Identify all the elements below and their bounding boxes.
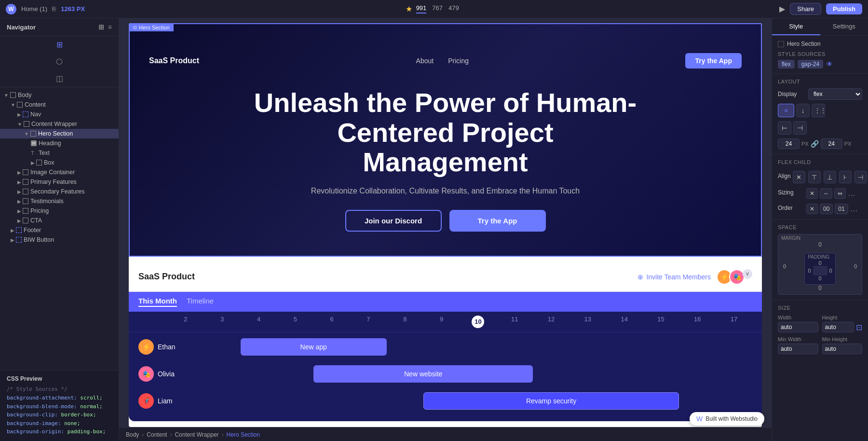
tree-label-footer: Footer (24, 227, 41, 234)
tree-label-imgc: Image Container (30, 169, 75, 176)
min-height-field: Min Height (822, 336, 863, 354)
order-x[interactable]: ✕ (806, 204, 818, 214)
plus-icon: ⊕ (637, 273, 643, 281)
tree-footer[interactable]: ▶ Footer (0, 225, 119, 235)
gap-row: PX 🔗 PX (778, 138, 862, 149)
flex-dir-col[interactable]: ↓ (796, 104, 810, 117)
breadcrumb-wrapper[interactable]: Content Wrapper (175, 431, 218, 438)
tree-cta[interactable]: ▶ CTA (0, 216, 119, 225)
sizing-more[interactable]: … (848, 189, 855, 198)
tree-nav[interactable]: ▶ Nav (0, 110, 119, 119)
min-height-input[interactable] (822, 344, 863, 354)
nav-pages-icon[interactable]: ⊞ (56, 40, 63, 49)
token-flex[interactable]: flex (778, 60, 795, 69)
tree-image-container[interactable]: ▶ Image Container (0, 167, 119, 177)
flex-dir-col-rev[interactable]: ⋮⋮ (812, 104, 825, 117)
invite-button[interactable]: ⊕ Invite Team Members (637, 273, 711, 281)
preview-button[interactable]: ▶ (779, 4, 785, 14)
breakpoint-767[interactable]: 767 (432, 4, 443, 14)
tree-secondary-features[interactable]: ▶ Secondary Features (0, 187, 119, 196)
tree-hero-section[interactable]: ▼ Hero Section (0, 129, 119, 138)
nav-tree: ▼ Body ▼ Content ▶ Nav ▼ Content Wrapper (0, 87, 119, 370)
eye-icon[interactable]: 👁 (826, 60, 833, 68)
task-bar-liam[interactable]: Revamp security (423, 392, 679, 410)
display-select[interactable]: flex block grid (808, 88, 862, 100)
order-2[interactable]: 01 (835, 204, 848, 214)
tree-testimonials[interactable]: ▶ Testimonials (0, 196, 119, 206)
tree-content-wrapper[interactable]: ▼ Content Wrapper (0, 119, 119, 129)
align-bot[interactable]: ⊦ (839, 171, 852, 183)
avatar-chevron[interactable]: ∨ (743, 269, 752, 279)
box-icon-sf (23, 189, 28, 194)
tree-pricing[interactable]: ▶ Pricing (0, 206, 119, 216)
hero-section: ⊡ Hero Section SaaS Product About Pricin… (129, 23, 762, 257)
tree-primary-features[interactable]: ▶ Primary Features (0, 177, 119, 187)
nav-link-about[interactable]: About (416, 57, 434, 65)
person-ethan: ⚡ Ethan (138, 339, 167, 355)
tree-content[interactable]: ▼ Content (0, 100, 119, 110)
sizing-grow[interactable]: ⇔ (834, 188, 846, 199)
nav-cta-button[interactable]: Try the App (685, 53, 742, 69)
try-app-button[interactable]: Try the App (449, 210, 546, 232)
nav-assets-icon[interactable]: ◫ (56, 74, 63, 83)
person-olivia: 🎭 Olivia (138, 366, 167, 382)
width-input[interactable] (778, 322, 818, 332)
flex-align-center[interactable]: ⊣ (793, 121, 807, 135)
sizing-x[interactable]: ✕ (806, 188, 818, 199)
nav-icon-1[interactable]: ⊞ (98, 23, 104, 31)
date-5: 5 (277, 316, 313, 328)
order-1[interactable]: 00 (820, 204, 833, 214)
align-top[interactable]: ⊤ (808, 171, 821, 183)
gap-left-input[interactable] (778, 138, 800, 149)
flex-align-start[interactable]: ⊢ (778, 121, 791, 135)
tree-body[interactable]: ▼ Body (0, 90, 119, 100)
breakpoint-991[interactable]: 991 (416, 4, 427, 14)
tab-this-month[interactable]: This Month (138, 297, 177, 307)
tree-biw-button[interactable]: ▶ BIW Button (0, 235, 119, 245)
align-str[interactable]: ⊣ (854, 171, 867, 183)
home-label[interactable]: Home (1) (21, 5, 47, 13)
date-2: 2 (167, 316, 204, 328)
token-gap[interactable]: gap-24 (798, 60, 823, 69)
copy-icon[interactable]: ⎘ (52, 5, 56, 13)
flex-dir-row[interactable]: ≡ (778, 104, 794, 117)
webstudio-logo[interactable]: W (6, 4, 16, 14)
nav-icon-2[interactable]: ≡ (108, 23, 112, 31)
right-sidebar-tabs: Style Settings (772, 18, 868, 36)
height-expand-button[interactable]: ⊡ (856, 323, 862, 332)
hero-subtext: Revolutionize Collaboration, Cultivate R… (301, 187, 590, 195)
timeline-row-liam: 🦸 Liam Rev (138, 390, 752, 412)
hero-checkbox[interactable] (778, 41, 784, 47)
tab-timeline[interactable]: Timeline (187, 297, 214, 307)
task-bar-ethan[interactable]: New app (241, 338, 387, 356)
link-icon[interactable]: 🔗 (811, 140, 819, 148)
built-with-webstudio-badge[interactable]: W Built with Webstudio (690, 412, 764, 426)
nav-link-pricing[interactable]: Pricing (448, 57, 469, 65)
tree-text[interactable]: T Text (0, 148, 119, 158)
publish-button[interactable]: Publish (826, 3, 862, 14)
breadcrumb-hero[interactable]: Hero Section (227, 431, 260, 438)
gap-right-unit: PX (844, 141, 852, 147)
min-width-input[interactable] (778, 344, 818, 354)
discord-button[interactable]: Join our Discord (345, 210, 442, 232)
order-more[interactable]: … (850, 205, 858, 213)
star-icon: ★ (406, 4, 412, 14)
comp-icon-biw (16, 237, 22, 243)
align-x[interactable]: ✕ (793, 171, 805, 183)
sizing-shrink[interactable]: ↔ (820, 188, 832, 199)
tab-settings[interactable]: Settings (820, 18, 868, 35)
task-bar-olivia[interactable]: New website (313, 365, 533, 383)
tab-style[interactable]: Style (772, 18, 820, 35)
nav-components-icon[interactable]: ⬡ (56, 57, 63, 66)
tree-box[interactable]: ▶ Box (0, 158, 119, 167)
align-mid[interactable]: ⊥ (824, 171, 836, 183)
share-button[interactable]: Share (790, 3, 821, 15)
breakpoint-479[interactable]: 479 (448, 4, 459, 14)
height-input[interactable] (822, 322, 854, 332)
gap-left-unit: PX (801, 141, 809, 147)
breadcrumb-body[interactable]: Body (126, 431, 139, 438)
height-label: Height (822, 315, 863, 320)
breadcrumb-content[interactable]: Content (147, 431, 167, 438)
tree-heading[interactable]: H Heading (0, 138, 119, 148)
gap-right-input[interactable] (821, 138, 842, 149)
